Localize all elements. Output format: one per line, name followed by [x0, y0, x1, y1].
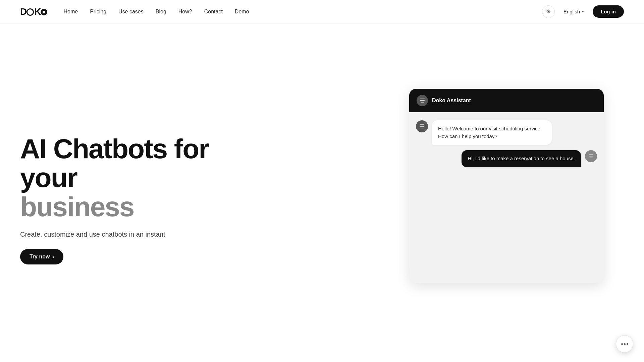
bot-avatar-icon	[420, 124, 424, 128]
nav-item-how[interactable]: How?	[178, 9, 192, 15]
nav-link-blog[interactable]: Blog	[156, 9, 166, 14]
logo-brand: D K	[20, 6, 47, 17]
chat-header-avatar	[417, 95, 428, 106]
chat-widget: Doko Assistant Hello! Welcome to our vis…	[409, 89, 604, 283]
avatar-line-3	[421, 102, 424, 103]
chat-user-avatar	[585, 150, 597, 162]
hero-subtitle: Create, customize and use chatbots in an…	[20, 231, 248, 238]
user-avatar-line-2	[589, 156, 593, 157]
nav-item-pricing[interactable]: Pricing	[90, 9, 106, 15]
navbar: D K Home Pricing Use cases Blog How? Con…	[0, 0, 644, 23]
floating-chat-button[interactable]	[616, 335, 633, 353]
language-label: English	[564, 9, 580, 14]
nav-link-how[interactable]: How?	[178, 9, 192, 14]
logo[interactable]: D K	[20, 6, 47, 17]
language-selector[interactable]: English ▾	[560, 7, 587, 16]
nav-item-use-cases[interactable]: Use cases	[118, 9, 144, 15]
chat-bot-avatar	[416, 120, 428, 132]
nav-links: Home Pricing Use cases Blog How? Contact…	[63, 9, 249, 15]
hero-section: AI Chatbots for your business Create, cu…	[20, 121, 248, 264]
hero-title-line2: business	[20, 191, 134, 222]
nav-link-contact[interactable]: Contact	[204, 9, 223, 14]
user-avatar-line-1	[589, 154, 593, 155]
chat-assistant-name: Doko Assistant	[432, 98, 471, 104]
nav-item-contact[interactable]: Contact	[204, 9, 223, 15]
avatar-line-1	[420, 99, 425, 99]
arrow-right-icon: ›	[52, 254, 54, 259]
bot-avatar-line-2	[420, 126, 424, 127]
chat-message-right-1: Hi, I'd like to make a reservation to se…	[462, 150, 597, 167]
chat-widget-container: Doko Assistant Hello! Welcome to our vis…	[409, 89, 604, 283]
hero-title: AI Chatbots for your business	[20, 134, 248, 221]
navbar-right: ☀ English ▾ Log in	[542, 5, 624, 18]
chat-body: Hello! Welcome to our visit scheduling s…	[409, 112, 604, 283]
chat-bubble-right-1: Hi, I'd like to make a reservation to se…	[462, 150, 581, 167]
user-avatar-icon	[589, 154, 593, 158]
user-avatar-line-3	[589, 158, 593, 158]
try-now-button[interactable]: Try now ›	[20, 249, 63, 264]
bot-avatar-line-3	[420, 128, 424, 128]
chat-message-left-1: Hello! Welcome to our visit scheduling s…	[416, 120, 552, 145]
nav-item-home[interactable]: Home	[63, 9, 78, 15]
chat-bubble-left-1: Hello! Welcome to our visit scheduling s…	[432, 120, 552, 145]
bot-avatar-line-1	[420, 124, 424, 125]
nav-link-demo[interactable]: Demo	[235, 9, 249, 14]
nav-item-blog[interactable]: Blog	[156, 9, 166, 15]
nav-item-demo[interactable]: Demo	[235, 9, 249, 15]
avatar-line-2	[420, 100, 425, 101]
chat-header: Doko Assistant	[409, 89, 604, 112]
nav-link-pricing[interactable]: Pricing	[90, 9, 106, 14]
dot-3	[627, 343, 628, 345]
navbar-left: D K Home Pricing Use cases Blog How? Con…	[20, 6, 249, 17]
sun-icon: ☀	[546, 8, 551, 15]
main-content: AI Chatbots for your business Create, cu…	[0, 23, 644, 362]
dot-2	[624, 343, 626, 345]
try-now-label: Try now	[30, 254, 50, 260]
login-button[interactable]: Log in	[593, 5, 624, 18]
three-dots-icon	[621, 343, 628, 345]
nav-link-use-cases[interactable]: Use cases	[118, 9, 144, 14]
nav-link-home[interactable]: Home	[63, 9, 78, 14]
chevron-down-icon: ▾	[582, 9, 584, 14]
hero-title-line1: AI Chatbots for your	[20, 133, 209, 193]
dot-1	[621, 343, 623, 345]
avatar-icon	[420, 99, 425, 103]
theme-toggle-button[interactable]: ☀	[542, 5, 555, 18]
